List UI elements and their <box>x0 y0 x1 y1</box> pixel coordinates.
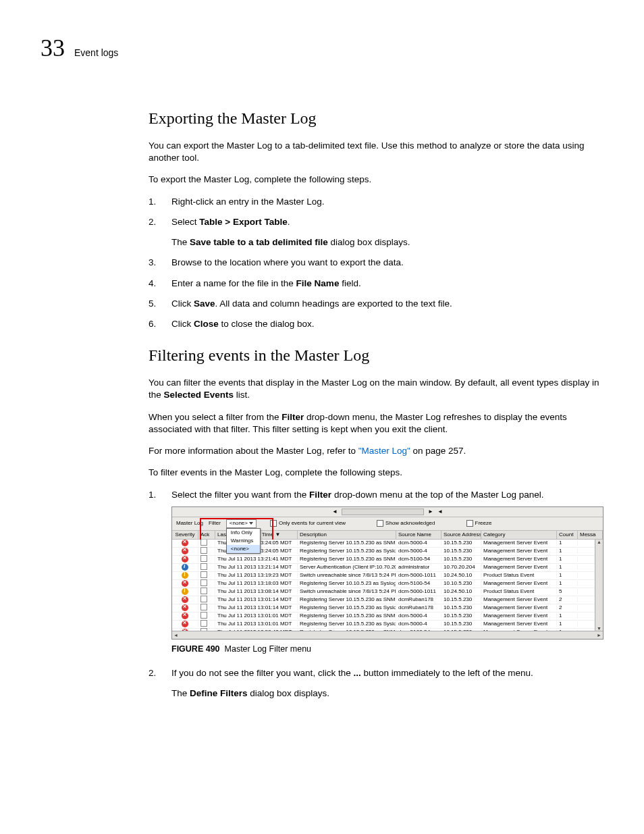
list-item: Click Save. All data and column headings… <box>149 298 603 310</box>
paragraph: To filter events in the Master Log, comp… <box>149 467 603 479</box>
col-source-name[interactable]: Source Name <box>396 531 441 539</box>
table-row[interactable]: Thu Jul 11 2013 13:01:14 MDTRegistering … <box>172 596 603 604</box>
ack-checkbox[interactable] <box>200 604 207 610</box>
vertical-scrollbar[interactable]: ▲▼ <box>595 540 603 631</box>
ack-checkbox[interactable] <box>200 588 207 594</box>
list-item: Right-click an entry in the Master Log. <box>149 196 603 208</box>
screenshot-toolbar: Master Log Filter <none> Info Only Warni… <box>172 517 603 531</box>
list-item: Browse to the location where you want to… <box>149 257 603 269</box>
error-icon <box>182 613 188 619</box>
col-severity[interactable]: Severity <box>172 531 198 539</box>
page-header: 33 Event logs <box>41 34 603 62</box>
col-description[interactable]: Description <box>298 531 396 539</box>
figure-490: ◄► ◄ Master Log Filter <none> Info Only … <box>171 506 603 655</box>
table-row[interactable]: Thu Jul 11 2013 13:19:23 MDTSwitch unrea… <box>172 572 603 580</box>
list-item: Click Close to close the dialog box. <box>149 318 603 330</box>
screenshot-topbar: ◄► ◄ <box>172 507 603 517</box>
filter-dropdown[interactable]: <none> Info Only Warnings <none> <box>226 519 257 528</box>
paragraph: You can export the Master Log to a tab-d… <box>149 140 603 164</box>
ack-checkbox[interactable] <box>200 540 207 546</box>
section-heading-filtering: Filtering events in the Master Log <box>149 346 603 365</box>
figure-caption: FIGURE 490 Master Log Filter menu <box>171 644 603 655</box>
ack-checkbox[interactable] <box>200 620 207 627</box>
error-icon <box>182 596 188 603</box>
error-icon <box>182 556 188 563</box>
ack-checkbox[interactable] <box>200 579 207 586</box>
paragraph: To export the Master Log, complete the f… <box>149 174 603 186</box>
ack-checkbox[interactable] <box>200 628 207 631</box>
paragraph: You can filter the events that display i… <box>149 377 603 401</box>
list-item: If you do not see the filter you want, c… <box>149 667 603 700</box>
chapter-label: Event logs <box>74 47 118 58</box>
error-icon <box>182 629 188 631</box>
tab-master-log[interactable]: Master Log <box>176 521 203 526</box>
only-current-checkbox[interactable]: Only events for current view <box>270 520 346 527</box>
filter-option[interactable]: <none> <box>227 545 261 553</box>
link-master-log[interactable]: "Master Log" <box>358 446 410 456</box>
table-row[interactable]: Thu Jul 11 2013 13:01:01 MDTRegistering … <box>172 621 603 629</box>
list-item: Select the filter you want from the Filt… <box>149 489 603 655</box>
filter-label: Filter <box>209 521 221 526</box>
col-message[interactable]: Messa <box>578 531 603 539</box>
table-row[interactable]: Thu Jul 11 2013 12:58:42 MDTRegistering … <box>172 629 603 631</box>
info-icon <box>182 564 188 571</box>
warning-icon <box>182 588 188 595</box>
error-icon <box>182 540 188 546</box>
ack-checkbox[interactable] <box>200 571 207 578</box>
list-item: Enter a name for the file in the File Na… <box>149 278 603 290</box>
table-row[interactable]: Thu Jul 11 2013 13:18:03 MDTRegistering … <box>172 580 603 588</box>
filter-steps-list: Select the filter you want from the Filt… <box>149 489 603 700</box>
list-item: Select Table > Export Table. The Save ta… <box>149 216 603 249</box>
paragraph: When you select a filter from the Filter… <box>149 411 603 436</box>
table-row[interactable]: Thu Jul 11 2013 13:01:01 MDTRegistering … <box>172 613 603 621</box>
ack-checkbox[interactable] <box>200 596 207 602</box>
ack-checkbox[interactable] <box>200 547 207 554</box>
filter-option[interactable]: Info Only <box>227 529 261 537</box>
error-icon <box>182 621 188 627</box>
filter-option[interactable]: Warnings <box>227 537 261 545</box>
export-steps-list: Right-click an entry in the Master Log. … <box>149 196 603 331</box>
error-icon <box>182 604 188 611</box>
show-ack-checkbox[interactable]: Show acknowledged <box>377 520 435 527</box>
col-category[interactable]: Category <box>481 531 557 539</box>
filter-dropdown-menu[interactable]: Info Only Warnings <none> <box>226 528 261 554</box>
screenshot-master-log: ◄► ◄ Master Log Filter <none> Info Only … <box>171 506 603 640</box>
paragraph: For more information about the Master Lo… <box>149 445 603 457</box>
error-icon <box>182 580 188 587</box>
table-row[interactable]: Thu Jul 11 2013 13:21:14 MDTServer Authe… <box>172 564 603 572</box>
table-row[interactable]: Thu Jul 11 2013 13:01:14 MDTRegistering … <box>172 604 603 613</box>
horizontal-scrollbar[interactable]: ◄► <box>172 631 603 639</box>
ack-checkbox[interactable] <box>200 612 207 619</box>
col-source-address[interactable]: Source Address <box>441 531 481 539</box>
col-ack[interactable]: Ack <box>198 531 215 539</box>
section-heading-exporting: Exporting the Master Log <box>149 109 603 128</box>
chapter-number: 33 <box>41 34 65 62</box>
table-row[interactable]: Thu Jul 11 2013 13:08:14 MDTSwitch unrea… <box>172 588 603 596</box>
chevron-down-icon <box>249 522 253 525</box>
error-icon <box>182 548 188 554</box>
warning-icon <box>182 572 188 579</box>
freeze-checkbox[interactable]: Freeze <box>466 520 492 527</box>
table-row[interactable]: Thu Jul 11 2013 13:21:41 MDTRegistering … <box>172 556 603 564</box>
ack-checkbox[interactable] <box>200 555 207 562</box>
col-count[interactable]: Count <box>557 531 578 539</box>
ack-checkbox[interactable] <box>200 563 207 570</box>
